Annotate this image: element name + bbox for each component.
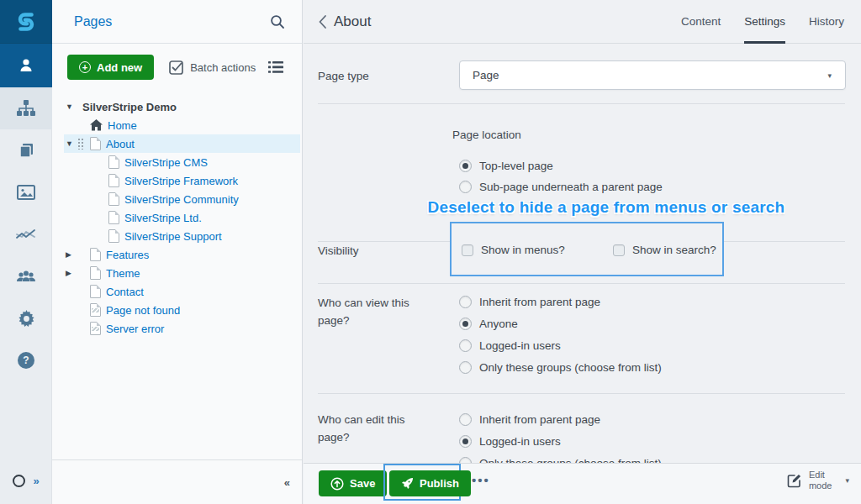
person-icon xyxy=(18,57,34,74)
tree-item-label: SilverStripe CMS xyxy=(124,156,208,169)
tree-item-page-not-found[interactable]: Page not found xyxy=(64,301,300,319)
page-type-select[interactable]: Page ▾ xyxy=(459,60,846,90)
radio-inherit-from-parent-page[interactable]: Inherit from parent page xyxy=(459,412,600,427)
tree-root-label: SilverStripe Demo xyxy=(82,101,177,113)
publish-button[interactable]: Publish xyxy=(389,470,471,496)
radio-top-level-page[interactable]: Top-level page xyxy=(459,158,553,173)
analytics-chart-icon xyxy=(16,227,36,242)
radio-inherit-from-parent-page[interactable]: Inherit from parent page xyxy=(459,294,600,309)
page-icon xyxy=(90,248,101,261)
sidebar-item-profile[interactable] xyxy=(0,44,52,87)
expander-open-icon[interactable]: ▼ xyxy=(64,139,77,148)
main-nav-strip: ? » xyxy=(0,0,52,504)
radio-icon xyxy=(459,413,472,426)
show-in-menus-checkbox[interactable]: Show in menus? xyxy=(462,244,565,256)
sidebar-item-help[interactable]: ? xyxy=(0,339,52,381)
sidebar-item-media[interactable] xyxy=(0,171,52,213)
sitemap-icon xyxy=(16,99,36,118)
list-view-button[interactable] xyxy=(268,61,283,73)
divider xyxy=(318,103,845,104)
tree-item-home[interactable]: Home xyxy=(64,116,300,134)
radio-only-these-groups-choose-from-list[interactable]: Only these groups (choose from list) xyxy=(459,455,662,463)
radio-label: Anyone xyxy=(479,318,518,330)
tab-content[interactable]: Content xyxy=(681,0,721,44)
add-new-label: Add new xyxy=(97,61,142,74)
tree-item-silverstripe-support[interactable]: SilverStripe Support xyxy=(64,227,300,245)
radio-icon xyxy=(459,181,472,193)
drag-handle-icon[interactable] xyxy=(77,138,85,150)
radio-anyone[interactable]: Anyone xyxy=(459,316,518,331)
page-location-heading: Page location xyxy=(452,129,521,141)
tab-settings[interactable]: Settings xyxy=(744,0,785,44)
checkbox-icon xyxy=(462,244,473,256)
tree-item-server-error[interactable]: Server error xyxy=(64,319,300,338)
tree-item-silverstripe-framework[interactable]: SilverStripe Framework xyxy=(64,171,300,190)
sidebar-item-settings[interactable] xyxy=(0,297,52,339)
collapse-panel-icon[interactable]: « xyxy=(284,476,290,489)
page-icon xyxy=(90,137,101,150)
tree-item-features[interactable]: ▶Features xyxy=(64,245,300,264)
radio-label: Only these groups (choose from list) xyxy=(479,457,662,464)
divider xyxy=(318,393,845,394)
expander-open-icon[interactable]: ▼ xyxy=(64,102,77,111)
tree-item-label: Server error xyxy=(106,323,164,335)
expander-closed-icon[interactable]: ▶ xyxy=(64,250,77,259)
sidebar-item-security[interactable] xyxy=(0,255,52,297)
silverstripe-logo[interactable] xyxy=(0,0,52,44)
broken-page-icon xyxy=(90,322,101,335)
show-in-search-label: Show in search? xyxy=(632,244,716,256)
radio-label: Sub-page underneath a parent page xyxy=(479,181,663,193)
preview-toggle-icon[interactable] xyxy=(13,475,25,487)
silverstripe-logo-icon xyxy=(14,10,38,34)
tree-item-silverstripe-cms[interactable]: SilverStripe CMS xyxy=(64,153,300,171)
back-button[interactable] xyxy=(318,14,327,29)
radio-only-these-groups-choose-from-list[interactable]: Only these groups (choose from list) xyxy=(459,360,662,375)
tree-item-contact[interactable]: Contact xyxy=(64,282,300,301)
sidebar-item-reports[interactable] xyxy=(0,213,52,255)
tab-history[interactable]: History xyxy=(809,0,844,44)
expand-menu-icon[interactable]: » xyxy=(33,475,39,487)
radio-icon xyxy=(459,361,472,374)
batch-actions-button[interactable]: Batch actions xyxy=(169,60,256,75)
page-title: About xyxy=(334,13,371,30)
chevron-down-icon: ▾ xyxy=(845,476,849,485)
tree-item-label: Home xyxy=(108,119,137,132)
pages-panel-header: Pages xyxy=(52,0,302,44)
expander-closed-icon[interactable]: ▶ xyxy=(64,269,77,277)
tree-item-label: SilverStripe Support xyxy=(124,230,222,243)
tree-item-silverstripe-ltd[interactable]: SilverStripe Ltd. xyxy=(64,208,300,227)
tree-item-silverstripe-community[interactable]: SilverStripe Community xyxy=(64,190,300,208)
list-view-icon xyxy=(268,61,283,73)
sidebar-item-pages[interactable] xyxy=(0,87,52,129)
radio-icon xyxy=(459,457,472,464)
users-group-icon xyxy=(16,269,36,284)
radio-label: Inherit from parent page xyxy=(479,296,600,308)
search-button[interactable] xyxy=(270,14,285,29)
action-bar: Save Publish ••• Edit mode ▾ xyxy=(304,463,861,504)
tree-root-silverstripe-demo[interactable]: ▼SilverStripe Demo xyxy=(64,97,300,116)
show-in-search-checkbox[interactable]: Show in search? xyxy=(613,244,716,256)
who-can-view-label: Who can view this page? xyxy=(318,295,427,330)
page-icon xyxy=(108,211,119,224)
radio-logged-in-users[interactable]: Logged-in users xyxy=(459,338,561,353)
tree-item-about[interactable]: ▼About xyxy=(64,134,300,153)
edit-mode-dropdown[interactable]: Edit mode ▾ xyxy=(786,470,849,491)
sidebar-item-files[interactable] xyxy=(0,129,52,171)
main-panel: About Content Settings History Page type… xyxy=(304,0,861,504)
panel-title: Pages xyxy=(74,14,270,29)
radio-label: Top-level page xyxy=(479,160,553,172)
help-icon: ? xyxy=(18,352,34,369)
more-options-button[interactable]: ••• xyxy=(472,473,490,487)
radio-sub-page-underneath-a-parent-page[interactable]: Sub-page underneath a parent page xyxy=(459,179,663,194)
tree-item-theme[interactable]: ▶Theme xyxy=(64,264,300,282)
tab-bar: Content Settings History xyxy=(681,0,844,44)
chevron-left-icon xyxy=(318,14,327,29)
radio-logged-in-users[interactable]: Logged-in users xyxy=(459,433,561,449)
save-button[interactable]: Save xyxy=(319,470,387,496)
page-tree: ▼SilverStripe DemoHome▼AboutSilverStripe… xyxy=(52,97,300,338)
plus-circle-icon: + xyxy=(79,61,91,73)
add-new-button[interactable]: + Add new xyxy=(67,55,154,80)
page-icon xyxy=(108,229,119,243)
annotation-hint-text: Deselect to hide a page from menus or se… xyxy=(388,198,825,217)
tree-item-label: Theme xyxy=(106,267,140,280)
